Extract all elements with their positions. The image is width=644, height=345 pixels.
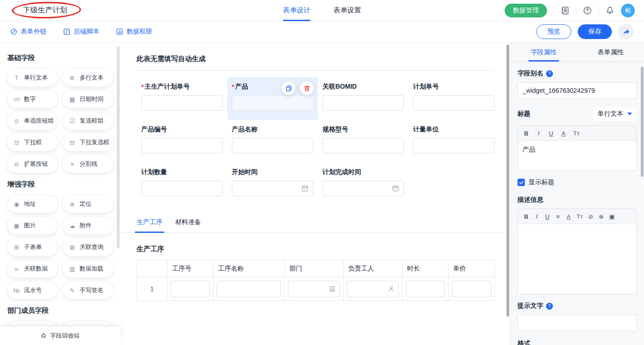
field-plan-finish-time[interactable]: 计划完成时间 7: [318, 163, 408, 205]
bold-button[interactable]: B: [523, 130, 529, 137]
field-type-dropdown[interactable]: 单行文本: [593, 107, 637, 121]
tab-field-properties[interactable]: 字段属性: [510, 43, 577, 62]
user-avatar[interactable]: 检: [621, 4, 635, 17]
font-color-button[interactable]: A: [561, 130, 566, 137]
title-text-area[interactable]: 产品: [518, 141, 636, 170]
font-color-button[interactable]: A: [566, 213, 571, 220]
field-input[interactable]: [141, 181, 223, 196]
field-main-plan-no[interactable]: *主生产计划单号: [137, 77, 227, 120]
show-title-checkbox-row[interactable]: 显示标题: [518, 178, 637, 187]
palette-item-checkbox-group[interactable]: ☑复选框组: [63, 112, 113, 130]
underline-button[interactable]: U: [545, 213, 550, 220]
preview-button[interactable]: 预览: [536, 24, 571, 39]
palette-item-linked-query[interactable]: ⊠关联查询: [63, 238, 113, 256]
field-bom-id[interactable]: 关联BOMID: [318, 77, 408, 120]
unit-price-input[interactable]: [452, 281, 491, 297]
bold-button[interactable]: B: [523, 213, 529, 220]
font-size-button[interactable]: Tт: [573, 130, 580, 137]
palette-item-image[interactable]: ▣图片: [7, 217, 58, 234]
notification-bell-icon[interactable]: [605, 6, 615, 15]
hint-help-icon[interactable]: ?: [546, 303, 553, 310]
data-manage-button[interactable]: 数据管理: [505, 4, 547, 17]
palette-item-member-single[interactable]: Ω成员单选: [7, 322, 58, 327]
palette-item-address[interactable]: ◉地址: [7, 195, 58, 213]
italic-button[interactable]: I: [536, 130, 541, 137]
palette-item-dropdown[interactable]: ⊡下拉框: [7, 134, 58, 151]
sidebar-scrollbar[interactable]: [117, 46, 120, 249]
field-spec-model[interactable]: 规格型号: [318, 120, 408, 163]
process-name-input[interactable]: [217, 281, 281, 297]
italic-button[interactable]: I: [534, 213, 540, 220]
field-product-name[interactable]: 产品名称: [227, 120, 318, 163]
field-unit[interactable]: 计量单位: [408, 120, 499, 163]
remove-link-button[interactable]: ⊗: [598, 213, 604, 220]
field-input[interactable]: [232, 95, 313, 111]
copy-field-button[interactable]: [282, 81, 295, 95]
delete-field-button[interactable]: [300, 81, 314, 95]
palette-item-location[interactable]: ⊕定位: [63, 195, 113, 213]
palette-item-multi-line-text[interactable]: ≣多行文本: [63, 69, 113, 86]
field-plan-no[interactable]: 计划单号: [408, 77, 499, 120]
palette-item-member-multi[interactable]: Ω成员多选: [63, 322, 113, 327]
tab-form-properties[interactable]: 表单属性: [577, 43, 644, 62]
underline-button[interactable]: U: [548, 130, 554, 137]
palette-item-serial-number[interactable]: №流水号: [7, 282, 58, 299]
field-input[interactable]: [141, 95, 223, 111]
tab-form-settings[interactable]: 表单设置: [334, 0, 361, 21]
share-button[interactable]: [618, 24, 634, 40]
checkbox-checked-icon[interactable]: [518, 179, 525, 186]
field-alias-input[interactable]: _widget_1667630242979: [518, 82, 637, 99]
field-recycle-bin[interactable]: ♻ 字段回收站: [0, 327, 121, 345]
palette-item-divider[interactable]: ≡分割线: [63, 155, 113, 173]
tab-production-process[interactable]: 生产工序: [137, 218, 162, 232]
worker-input[interactable]: [347, 281, 399, 297]
hint-text-input[interactable]: [518, 315, 637, 331]
palette-item-radio-group[interactable]: ⊙单选按钮组: [7, 112, 58, 130]
back-icon[interactable]: [9, 6, 17, 15]
duration-input[interactable]: [406, 281, 445, 297]
palette-item-linked-data[interactable]: ∞关联数据: [7, 260, 58, 277]
align-button[interactable]: ≡: [555, 213, 561, 220]
field-input[interactable]: [232, 138, 313, 153]
field-product-selected[interactable]: *产品: [227, 77, 318, 120]
field-input[interactable]: [413, 138, 494, 153]
palette-item-data-load[interactable]: ▥数据加载: [63, 260, 113, 277]
form-external-link[interactable]: 表单外链: [10, 28, 46, 36]
field-input[interactable]: [322, 138, 404, 153]
alias-help-icon[interactable]: ?: [546, 70, 553, 77]
extend-button-icon: ⊖: [13, 161, 20, 168]
field-input[interactable]: [322, 95, 404, 111]
field-product-code[interactable]: 产品编号: [137, 120, 227, 163]
palette-item-number[interactable]: 123数字: [7, 90, 58, 108]
insert-image-button[interactable]: ▣: [609, 213, 615, 220]
field-input[interactable]: [413, 95, 494, 111]
tab-material-prep[interactable]: 材料准备: [175, 218, 201, 232]
description-text-area[interactable]: [518, 224, 636, 294]
data-permission-link[interactable]: 数据权限: [116, 28, 152, 36]
subform-production-process[interactable]: 生产工序 工序号 工序名称 部门 负责工人 时长 单价: [137, 245, 497, 301]
process-no-input[interactable]: [171, 281, 210, 297]
image-icon: ▣: [13, 222, 20, 229]
field-start-time[interactable]: 开始时间 7: [227, 163, 318, 205]
canvas-scrollbar-thumb[interactable]: [506, 45, 509, 317]
date-input[interactable]: 7: [232, 181, 313, 196]
palette-item-subform[interactable]: ⊞子表单: [7, 238, 58, 256]
insert-link-button[interactable]: ⊘: [588, 213, 593, 220]
contacts-icon[interactable]: [560, 6, 569, 15]
palette-item-datetime[interactable]: ▦日期时间: [63, 90, 113, 108]
field-input[interactable]: [141, 138, 223, 153]
palette-item-multi-dropdown[interactable]: ⊟下拉复选框: [63, 134, 113, 151]
tab-form-design[interactable]: 表单设计: [283, 0, 310, 21]
font-size-button[interactable]: Tт: [576, 213, 583, 220]
department-input[interactable]: [288, 281, 340, 297]
help-icon[interactable]: [583, 6, 592, 15]
palette-item-single-line-text[interactable]: T单行文本: [7, 69, 58, 86]
save-button[interactable]: 保存: [578, 24, 612, 39]
palette-item-extend-button[interactable]: ⊖扩展按钮: [7, 155, 58, 173]
palette-item-attachment[interactable]: ☁附件: [63, 217, 113, 234]
field-plan-qty[interactable]: 计划数量: [137, 163, 227, 205]
backend-script-link[interactable]: 后端脚本: [63, 28, 99, 36]
inspector-scrollbar[interactable]: [641, 67, 644, 177]
palette-item-signature[interactable]: ✎手写签名: [63, 282, 113, 299]
date-input[interactable]: 7: [322, 181, 404, 196]
